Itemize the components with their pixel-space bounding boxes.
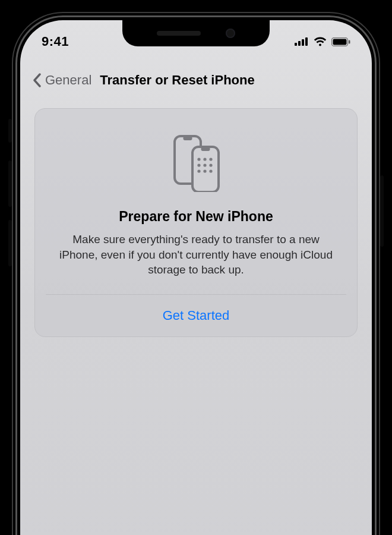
notch [122, 20, 270, 46]
svg-point-12 [203, 158, 206, 160]
card-description: Make sure everything's ready to transfer… [35, 232, 357, 294]
device-frame: 9:41 [12, 12, 380, 535]
get-started-button[interactable]: Get Started [35, 295, 357, 336]
prepare-card: Prepare for New iPhone Make sure everyth… [34, 108, 358, 337]
wifi-icon [314, 37, 327, 46]
svg-rect-10 [201, 147, 210, 151]
front-camera [226, 29, 235, 38]
side-button [380, 175, 384, 247]
back-label: General [45, 73, 91, 88]
cellular-icon [295, 37, 309, 46]
svg-rect-8 [184, 136, 192, 140]
svg-rect-0 [295, 43, 297, 46]
speaker [157, 31, 201, 36]
page-title: Transfer or Reset iPhone [100, 73, 254, 88]
ring-switch [8, 119, 12, 143]
back-button[interactable]: General [32, 73, 91, 88]
svg-point-16 [209, 163, 212, 166]
svg-point-14 [197, 163, 200, 166]
card-title: Prepare for New iPhone [35, 209, 357, 225]
svg-rect-5 [333, 39, 347, 45]
svg-rect-1 [298, 41, 301, 46]
svg-point-19 [209, 169, 212, 172]
svg-point-18 [203, 169, 206, 172]
chevron-left-icon [32, 73, 42, 87]
svg-point-17 [197, 169, 200, 172]
volume-up-button [8, 160, 12, 207]
svg-rect-9 [192, 147, 219, 192]
two-phones-icon [35, 109, 357, 209]
battery-icon [331, 37, 350, 46]
svg-point-11 [197, 158, 200, 160]
screen: 9:41 [20, 20, 372, 535]
svg-rect-3 [305, 37, 308, 46]
clock: 9:41 [42, 34, 69, 49]
svg-point-13 [209, 158, 212, 160]
volume-down-button [8, 220, 12, 266]
status-indicators [295, 37, 350, 46]
svg-point-15 [203, 163, 206, 166]
svg-rect-2 [302, 39, 304, 46]
svg-rect-6 [349, 40, 350, 43]
